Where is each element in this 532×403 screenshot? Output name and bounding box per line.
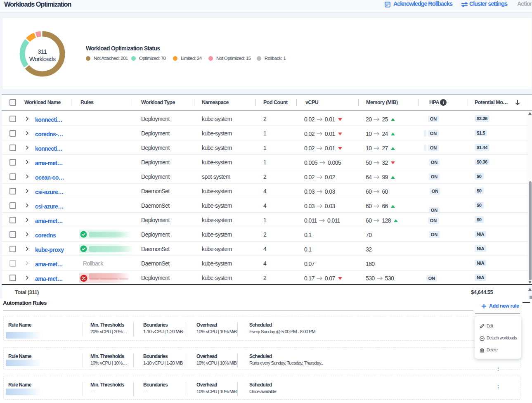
svg-text:i: i bbox=[442, 100, 444, 105]
